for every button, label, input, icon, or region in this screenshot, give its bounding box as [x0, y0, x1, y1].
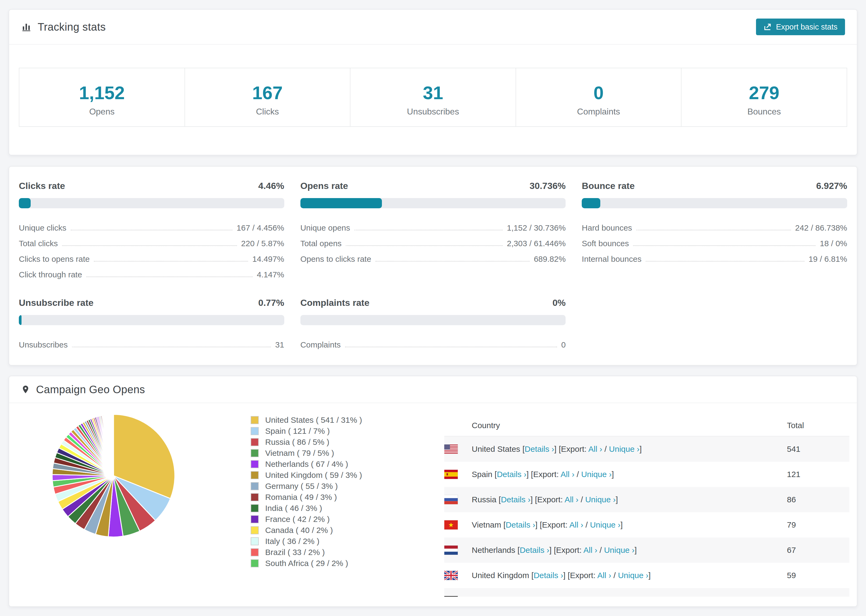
country-name: Russia [472, 495, 496, 504]
dotted-leader [71, 230, 232, 230]
country-name: United States [472, 445, 520, 453]
stat-value: 279 [749, 83, 779, 102]
detail-label: Unique clicks [19, 223, 66, 233]
export-all-link[interactable]: All › [569, 520, 583, 529]
export-unique-link[interactable]: Unique › [581, 470, 612, 479]
table-row-ru: Russia [Details ›] [Export: All › / Uniq… [444, 487, 849, 512]
export-unique-link[interactable]: Unique › [604, 545, 635, 555]
legend-item-south-africa[interactable]: South Africa ( 29 / 2% ) [251, 558, 362, 569]
column-total: Total [787, 421, 804, 430]
export-unique-link[interactable]: Unique › [594, 596, 624, 597]
dotted-leader [346, 245, 503, 246]
legend-item-france[interactable]: France ( 42 / 2% ) [251, 514, 362, 525]
legend-item-united-states[interactable]: United States ( 541 / 31% ) [251, 415, 362, 426]
legend-item-canada[interactable]: Canada ( 40 / 2% ) [251, 525, 362, 536]
row-text: Spain [Details ›] [Export: All › / Uniqu… [472, 470, 614, 479]
legend-item-italy[interactable]: Italy ( 36 / 2% ) [251, 536, 362, 547]
detail-value: 1,152 / 30.736% [507, 223, 566, 233]
legend-value: ( 67 / 4% ) [309, 460, 348, 469]
legend-item-india[interactable]: India ( 46 / 3% ) [251, 503, 362, 514]
legend-swatch [251, 526, 259, 534]
rate-block-opens-rate: Opens rate30.736%Unique opens1,152 / 30.… [301, 181, 566, 279]
stat-label: Bounces [747, 107, 781, 117]
export-basic-stats-button[interactable]: Export basic stats [756, 19, 845, 35]
dotted-leader [94, 261, 248, 261]
export-label: Export: [533, 470, 559, 479]
export-all-link[interactable]: All › [565, 495, 578, 504]
country-name: Vietnam [472, 520, 501, 529]
ru-flag-icon [444, 495, 458, 504]
detail-label: Opens to clicks rate [301, 255, 371, 264]
legend-value: ( 42 / 2% ) [290, 515, 330, 524]
legend-item-spain[interactable]: Spain ( 121 / 7% ) [251, 426, 362, 437]
detail-label: Hard bounces [582, 223, 632, 233]
row-text: Russia [Details ›] [Export: All › / Uniq… [472, 495, 618, 504]
geo-pie-chart[interactable] [49, 412, 178, 540]
legend-swatch [251, 515, 259, 523]
legend-item-romania[interactable]: Romania ( 49 / 3% ) [251, 492, 362, 503]
detail-value: 220 / 5.87% [241, 239, 284, 248]
export-unique-link[interactable]: Unique › [590, 520, 620, 529]
rate-value: 4.46% [258, 181, 284, 191]
table-row-vn: Vietnam [Details ›] [Export: All › / Uni… [444, 512, 849, 537]
details-link[interactable]: Details › [509, 596, 539, 597]
legend-item-brazil[interactable]: Brazil ( 33 / 2% ) [251, 547, 362, 558]
summary-stats: 1,152Opens167Clicks31Unsubscribes0Compla… [19, 68, 847, 127]
rate-head: Unsubscribe rate0.77% [19, 297, 284, 308]
rate-progress-fill [582, 198, 600, 208]
geo-opens-card: Campaign Geo Opens United States ( 541 /… [9, 376, 857, 607]
details-link[interactable]: Details › [525, 445, 554, 453]
details-link[interactable]: Details › [534, 571, 563, 580]
row-text: United Kingdom [Details ›] [Export: All … [472, 571, 650, 580]
row-total: 59 [787, 571, 796, 580]
table-row-es: Spain [Details ›] [Export: All › / Uniqu… [444, 462, 849, 487]
detail-value: 2,303 / 61.446% [507, 239, 566, 248]
details-link[interactable]: Details › [497, 470, 526, 479]
geo-header: Campaign Geo Opens [9, 376, 857, 403]
country-name: Netherlands [472, 545, 515, 555]
rate-detail-rows: Hard bounces242 / 86.738%Soft bounces18 … [582, 217, 847, 264]
rate-detail-rows: Unsubscribes31 [19, 334, 284, 349]
legend-item-vietnam[interactable]: Vietnam ( 79 / 5% ) [251, 448, 362, 459]
export-label: Export: [561, 445, 587, 453]
details-link[interactable]: Details › [505, 520, 535, 529]
export-all-link[interactable]: All › [597, 571, 611, 580]
details-link[interactable]: Details › [501, 495, 531, 504]
legend-item-united-kingdom[interactable]: United Kingdom ( 59 / 3% ) [251, 470, 362, 481]
dotted-leader [375, 261, 529, 261]
legend-item-netherlands[interactable]: Netherlands ( 67 / 4% ) [251, 459, 362, 470]
legend-swatch [251, 416, 259, 424]
row-text: Netherlands [Details ›] [Export: All › /… [472, 545, 637, 555]
legend-swatch [251, 559, 259, 567]
legend-item-russia[interactable]: Russia ( 86 / 5% ) [251, 437, 362, 448]
export-unique-link[interactable]: Unique › [609, 445, 639, 453]
table-row-gb: United Kingdom [Details ›] [Export: All … [444, 563, 849, 588]
stat-value: 0 [594, 83, 604, 102]
rate-progress-fill [19, 198, 31, 208]
detail-label: Total clicks [19, 239, 58, 248]
detail-value: 4.147% [257, 270, 284, 279]
legend-label: Germany [265, 482, 298, 491]
legend-swatch [251, 482, 259, 490]
rate-block-complaints-rate: Complaints rate0%Complaints0 [301, 297, 566, 349]
rate-progress-bar [301, 315, 566, 325]
dotted-leader [72, 347, 271, 347]
details-link[interactable]: Details › [520, 545, 549, 555]
geo-table: Country Total United States [Details ›] … [444, 415, 849, 597]
export-unique-link[interactable]: Unique › [585, 495, 616, 504]
legend-swatch [251, 449, 259, 457]
legend-item-germany[interactable]: Germany ( 55 / 3% ) [251, 481, 362, 492]
export-all-link[interactable]: All › [583, 545, 597, 555]
legend-label: Italy [265, 537, 280, 546]
export-unique-link[interactable]: Unique › [618, 571, 649, 580]
tracking-stats-header: Tracking stats Export basic stats [9, 10, 857, 45]
export-all-link[interactable]: All › [561, 470, 575, 479]
stat-value: 167 [252, 83, 283, 102]
export-all-link[interactable]: All › [573, 596, 587, 597]
detail-row: Total clicks220 / 5.87% [19, 233, 284, 248]
geo-table-header: Country Total [444, 415, 849, 437]
export-label: Export: [546, 596, 571, 597]
legend-value: ( 79 / 5% ) [295, 449, 334, 458]
export-all-link[interactable]: All › [589, 445, 602, 453]
legend-label: Romania [265, 493, 298, 502]
